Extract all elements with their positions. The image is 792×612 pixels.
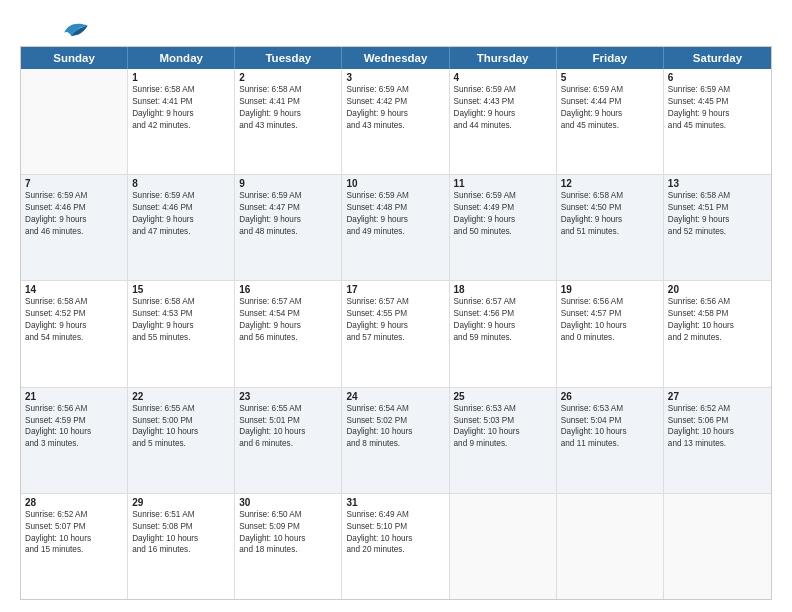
table-row: 19Sunrise: 6:56 AMSunset: 4:57 PMDayligh… [557,281,664,386]
day-number: 5 [561,72,659,83]
cell-text: Sunrise: 6:59 AM [346,84,444,96]
header-day-monday: Monday [128,47,235,69]
cell-text: Daylight: 9 hours [454,214,552,226]
day-number: 1 [132,72,230,83]
table-row: 9Sunrise: 6:59 AMSunset: 4:47 PMDaylight… [235,175,342,280]
cell-text: Sunrise: 6:50 AM [239,509,337,521]
cell-text: Sunset: 4:57 PM [561,308,659,320]
cell-text: Sunset: 5:03 PM [454,415,552,427]
calendar: SundayMondayTuesdayWednesdayThursdayFrid… [20,46,772,600]
cell-text: Sunrise: 6:54 AM [346,403,444,415]
cell-text: Daylight: 10 hours [346,533,444,545]
day-number: 8 [132,178,230,189]
cell-text: Daylight: 10 hours [561,320,659,332]
table-row: 30Sunrise: 6:50 AMSunset: 5:09 PMDayligh… [235,494,342,599]
cell-text: Daylight: 9 hours [25,320,123,332]
cell-text: and 43 minutes. [346,120,444,132]
table-row: 23Sunrise: 6:55 AMSunset: 5:01 PMDayligh… [235,388,342,493]
cell-text: Daylight: 9 hours [668,214,767,226]
cell-text: Daylight: 10 hours [239,426,337,438]
cell-text: and 16 minutes. [132,544,230,556]
cell-text: Sunset: 4:46 PM [25,202,123,214]
cell-text: and 51 minutes. [561,226,659,238]
cell-text: Sunset: 4:50 PM [561,202,659,214]
calendar-week-4: 21Sunrise: 6:56 AMSunset: 4:59 PMDayligh… [21,388,771,494]
cell-text: Sunrise: 6:59 AM [132,190,230,202]
day-number: 13 [668,178,767,189]
cell-text: and 3 minutes. [25,438,123,450]
day-number: 14 [25,284,123,295]
table-row: 1Sunrise: 6:58 AMSunset: 4:41 PMDaylight… [128,69,235,174]
cell-text: and 47 minutes. [132,226,230,238]
cell-text: Daylight: 9 hours [239,320,337,332]
table-row [664,494,771,599]
header-day-friday: Friday [557,47,664,69]
cell-text: Sunrise: 6:59 AM [25,190,123,202]
cell-text: and 45 minutes. [561,120,659,132]
cell-text: Sunrise: 6:57 AM [346,296,444,308]
cell-text: and 42 minutes. [132,120,230,132]
table-row: 24Sunrise: 6:54 AMSunset: 5:02 PMDayligh… [342,388,449,493]
cell-text: Daylight: 10 hours [561,426,659,438]
cell-text: Daylight: 9 hours [454,320,552,332]
cell-text: and 54 minutes. [25,332,123,344]
cell-text: Daylight: 9 hours [346,108,444,120]
table-row: 3Sunrise: 6:59 AMSunset: 4:42 PMDaylight… [342,69,449,174]
cell-text: Sunrise: 6:53 AM [561,403,659,415]
cell-text: Sunset: 5:00 PM [132,415,230,427]
day-number: 21 [25,391,123,402]
table-row: 6Sunrise: 6:59 AMSunset: 4:45 PMDaylight… [664,69,771,174]
cell-text: and 6 minutes. [239,438,337,450]
cell-text: Daylight: 9 hours [561,214,659,226]
cell-text: Sunset: 4:58 PM [668,308,767,320]
table-row: 22Sunrise: 6:55 AMSunset: 5:00 PMDayligh… [128,388,235,493]
cell-text: Sunset: 4:49 PM [454,202,552,214]
cell-text: Sunset: 4:53 PM [132,308,230,320]
cell-text: and 18 minutes. [239,544,337,556]
day-number: 30 [239,497,337,508]
table-row: 8Sunrise: 6:59 AMSunset: 4:46 PMDaylight… [128,175,235,280]
day-number: 26 [561,391,659,402]
cell-text: Sunset: 4:51 PM [668,202,767,214]
cell-text: Sunset: 4:48 PM [346,202,444,214]
table-row: 29Sunrise: 6:51 AMSunset: 5:08 PMDayligh… [128,494,235,599]
cell-text: Sunset: 5:08 PM [132,521,230,533]
cell-text: Sunset: 4:43 PM [454,96,552,108]
day-number: 27 [668,391,767,402]
cell-text: Daylight: 10 hours [239,533,337,545]
calendar-body: 1Sunrise: 6:58 AMSunset: 4:41 PMDaylight… [21,69,771,599]
cell-text: Daylight: 9 hours [346,320,444,332]
cell-text: Daylight: 10 hours [346,426,444,438]
cell-text: Daylight: 9 hours [132,320,230,332]
cell-text: and 52 minutes. [668,226,767,238]
cell-text: Sunset: 4:42 PM [346,96,444,108]
cell-text: Daylight: 9 hours [239,214,337,226]
cell-text: and 46 minutes. [25,226,123,238]
day-number: 9 [239,178,337,189]
header-day-saturday: Saturday [664,47,771,69]
day-number: 11 [454,178,552,189]
cell-text: Daylight: 10 hours [668,320,767,332]
logo-bird-icon [62,20,90,38]
table-row: 5Sunrise: 6:59 AMSunset: 4:44 PMDaylight… [557,69,664,174]
cell-text: Daylight: 10 hours [132,426,230,438]
day-number: 17 [346,284,444,295]
cell-text: and 5 minutes. [132,438,230,450]
cell-text: Sunrise: 6:53 AM [454,403,552,415]
table-row: 10Sunrise: 6:59 AMSunset: 4:48 PMDayligh… [342,175,449,280]
table-row: 11Sunrise: 6:59 AMSunset: 4:49 PMDayligh… [450,175,557,280]
cell-text: and 55 minutes. [132,332,230,344]
table-row: 17Sunrise: 6:57 AMSunset: 4:55 PMDayligh… [342,281,449,386]
cell-text: and 15 minutes. [25,544,123,556]
header-day-tuesday: Tuesday [235,47,342,69]
cell-text: and 13 minutes. [668,438,767,450]
cell-text: Sunrise: 6:59 AM [239,190,337,202]
cell-text: Sunrise: 6:57 AM [239,296,337,308]
cell-text: Sunrise: 6:57 AM [454,296,552,308]
cell-text: and 44 minutes. [454,120,552,132]
cell-text: Sunrise: 6:55 AM [132,403,230,415]
calendar-week-1: 1Sunrise: 6:58 AMSunset: 4:41 PMDaylight… [21,69,771,175]
header [20,18,772,38]
cell-text: Sunset: 4:55 PM [346,308,444,320]
cell-text: Daylight: 10 hours [25,426,123,438]
